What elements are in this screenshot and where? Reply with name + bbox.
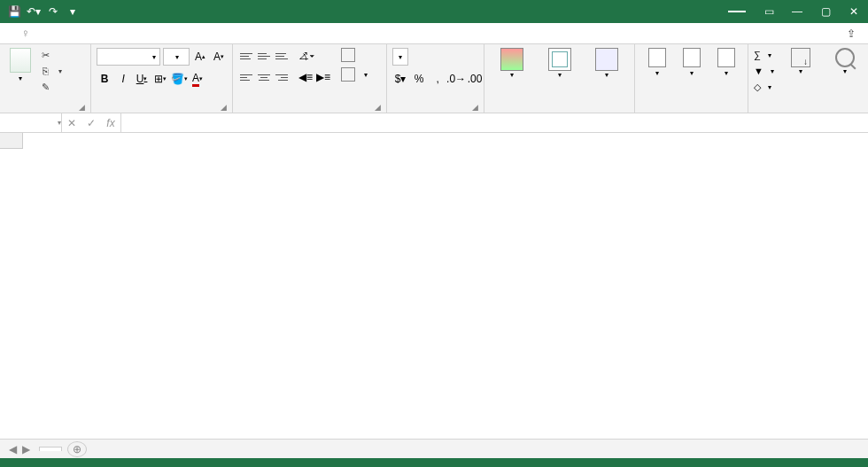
sheet-tab-bar: ◀▶ ⊕: [0, 439, 868, 458]
cf-icon: [500, 48, 523, 71]
scissors-icon: ✂: [39, 49, 51, 61]
close-button[interactable]: ✕: [840, 0, 868, 23]
magnifier-icon: [835, 48, 855, 67]
formula-input[interactable]: [121, 113, 868, 132]
dialog-launcher-icon[interactable]: ◢: [472, 103, 478, 112]
format-icon: [717, 48, 735, 67]
font-name-select[interactable]: ▾: [97, 48, 160, 66]
percent-format-button[interactable]: %: [411, 71, 427, 87]
sign-in-button[interactable]: [728, 11, 746, 12]
group-alignment: ⦨▾ ◀≡ ▶≡ ▾ ◢: [233, 44, 387, 113]
fill-icon: ▼: [754, 66, 763, 76]
font-color-button[interactable]: A▾: [190, 71, 205, 87]
ribbon: ▾ ✂ ⎘▾ ✎ ◢ ▾ ▾ A▴ A▾ B I U▾ ⊞▾ 🪣▾: [0, 44, 868, 113]
group-font: ▾ ▾ A▴ A▾ B I U▾ ⊞▾ 🪣▾ A▾ ◢: [91, 44, 233, 113]
sheet-nav-next-icon[interactable]: ▶: [22, 443, 30, 455]
sheet-tab[interactable]: [39, 447, 62, 451]
copy-icon: ⎘: [39, 65, 51, 77]
delete-cells-button[interactable]: ▾: [675, 48, 708, 77]
italic-button[interactable]: I: [115, 71, 131, 87]
brush-icon: ✎: [39, 81, 51, 93]
merge-center-button[interactable]: ▾: [341, 67, 368, 82]
sort-filter-button[interactable]: ▾: [783, 48, 818, 75]
conditional-formatting-button[interactable]: ▾: [490, 48, 534, 79]
cancel-formula-button[interactable]: ✕: [62, 117, 81, 129]
format-cells-button[interactable]: ▾: [709, 48, 742, 77]
share-button[interactable]: ⇪: [847, 23, 859, 43]
comma-format-button[interactable]: ,: [430, 71, 446, 87]
minimize-button[interactable]: —: [783, 0, 811, 23]
bold-button[interactable]: B: [97, 71, 112, 87]
align-top-button[interactable]: [238, 48, 254, 64]
window-controls: ▭ — ▢ ✕: [728, 0, 868, 23]
group-clipboard: ▾ ✂ ⎘▾ ✎ ◢: [0, 44, 91, 113]
find-select-button[interactable]: ▾: [827, 48, 863, 75]
eraser-icon: ◇: [754, 82, 761, 93]
font-size-select[interactable]: ▾: [163, 48, 190, 66]
status-bar: [0, 458, 868, 467]
autosum-button[interactable]: ∑▾: [754, 48, 774, 62]
border-button[interactable]: ⊞▾: [152, 71, 168, 87]
ribbon-mode-icon[interactable]: ▭: [755, 0, 783, 23]
new-sheet-button[interactable]: ⊕: [67, 441, 87, 457]
group-cells: ▾ ▾ ▾: [635, 44, 748, 113]
tell-me[interactable]: ♀: [21, 23, 35, 43]
accounting-format-button[interactable]: $▾: [392, 71, 408, 87]
cell-styles-icon: [595, 48, 618, 71]
formula-bar: ▾ ✕ ✓ fx: [0, 113, 868, 133]
spreadsheet-grid: [0, 133, 868, 448]
insert-cells-button[interactable]: ▾: [640, 48, 673, 77]
bulb-icon: ♀: [21, 27, 30, 40]
align-right-button[interactable]: [274, 69, 290, 85]
select-all-button[interactable]: [0, 133, 23, 149]
wrap-text-button[interactable]: [341, 48, 368, 62]
maximize-button[interactable]: ▢: [811, 0, 840, 23]
ribbon-tabs: ♀ ⇪: [0, 23, 868, 44]
title-bar: 💾 ↶▾ ↷ ▾ ▭ — ▢ ✕: [0, 0, 868, 23]
format-painter-button[interactable]: ✎: [39, 80, 62, 94]
align-middle-button[interactable]: [256, 48, 272, 64]
dialog-launcher-icon[interactable]: ◢: [221, 103, 227, 112]
undo-icon[interactable]: ↶▾: [27, 4, 41, 19]
name-box[interactable]: ▾: [0, 113, 62, 132]
chevron-down-icon: ▾: [19, 74, 22, 82]
dialog-launcher-icon[interactable]: ◢: [79, 103, 85, 112]
dialog-launcher-icon[interactable]: ◢: [375, 103, 381, 112]
copy-button[interactable]: ⎘▾: [39, 64, 62, 78]
share-icon: ⇪: [847, 27, 856, 40]
save-icon[interactable]: 💾: [7, 4, 21, 19]
align-left-button[interactable]: [238, 69, 254, 85]
number-format-select[interactable]: ▾: [392, 48, 408, 66]
orientation-button[interactable]: ⦨▾: [297, 48, 313, 64]
quick-access-toolbar: 💾 ↶▾ ↷ ▾: [0, 4, 80, 19]
fill-button[interactable]: ▼▾: [754, 64, 774, 78]
clear-button[interactable]: ◇▾: [754, 80, 774, 94]
insert-icon: [648, 48, 666, 67]
align-center-button[interactable]: [256, 69, 272, 85]
increase-indent-button[interactable]: ▶≡: [314, 69, 330, 85]
decrease-font-button[interactable]: A▾: [211, 49, 227, 65]
sigma-icon: ∑: [754, 50, 761, 60]
paste-button[interactable]: ▾: [5, 46, 35, 82]
format-as-table-button[interactable]: ▾: [538, 48, 582, 79]
enter-formula-button[interactable]: ✓: [81, 117, 101, 129]
redo-icon[interactable]: ↷: [46, 4, 60, 19]
cell-styles-button[interactable]: ▾: [585, 48, 629, 79]
qat-customize-icon[interactable]: ▾: [66, 4, 80, 19]
delete-icon: [683, 48, 701, 67]
fx-button[interactable]: fx: [101, 117, 120, 129]
fill-color-button[interactable]: 🪣▾: [171, 71, 187, 87]
table-icon: [548, 48, 571, 71]
group-number: ▾ $▾ % , .0→ .00 ◢: [387, 44, 484, 113]
align-bottom-button[interactable]: [274, 48, 290, 64]
underline-button[interactable]: U▾: [134, 71, 150, 87]
paste-icon: [10, 48, 31, 73]
merge-icon: [341, 67, 355, 82]
cut-button[interactable]: ✂: [39, 48, 62, 62]
increase-font-button[interactable]: A▴: [192, 49, 208, 65]
decrease-indent-button[interactable]: ◀≡: [297, 69, 313, 85]
decrease-decimal-button[interactable]: .00: [467, 71, 483, 87]
wrap-icon: [341, 48, 355, 62]
sheet-nav-prev-icon[interactable]: ◀: [9, 443, 17, 455]
increase-decimal-button[interactable]: .0→: [448, 71, 464, 87]
